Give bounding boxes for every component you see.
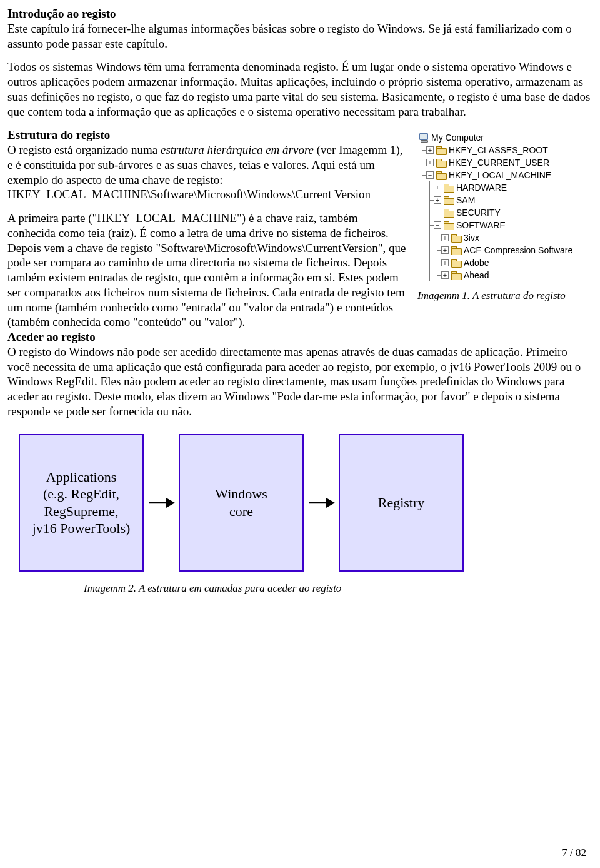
paragraph-structure-em: estrutura hierárquica em árvore [161,143,314,156]
diagram-box-registry: Registry [339,434,464,572]
tree-label: SAM [456,194,475,206]
tree-row: − SOFTWARE [419,219,591,231]
expand-icon: + [441,234,449,241]
heading-structure: Estrutura do registo [8,128,110,141]
paragraph-structure-a: O registo está organizado numa [8,143,161,156]
tree-label: HKEY_LOCAL_MACHINE [449,169,551,181]
tree-row: − HKEY_LOCAL_MACHINE [419,169,591,181]
diagram-text: Windows [215,485,267,503]
tree-label: SECURITY [456,206,501,219]
figure-1: My Computer + HKEY_CLASSES_ROOT + HKEY_C… [418,129,592,302]
expand-icon: + [441,259,449,266]
diagram-text: Applications [46,468,116,486]
paragraph-overview: Todos os sistemas Windows têm uma ferram… [8,60,590,118]
page-number: 7 / 82 [562,846,586,859]
tree-label: Adobe [464,256,489,269]
figure-1-caption: Imagemm 1. A estrutura do registo [418,289,592,302]
expand-icon: + [434,184,441,191]
paragraph-access: O registo do Windows não pode ser acedid… [8,345,581,418]
folder-icon [436,146,446,154]
folder-icon [451,246,461,255]
folder-icon [451,234,461,242]
example-registry-key: HKEY_LOCAL_MACHINE\Software\Microsoft\Wi… [8,188,371,201]
collapse-icon: − [434,221,441,229]
arrow-icon [304,472,339,534]
svg-marker-1 [166,498,175,508]
diagram-text: core [229,503,253,520]
folder-icon [444,196,454,204]
diagram-text: RegSupreme, [44,503,118,520]
tree-row: + ACE Compression Software [419,244,591,256]
paragraph-intro: Este capítulo irá fornecer-lhe algumas i… [8,22,572,50]
figure-2-caption: Imagemm 2. A estrutura em camadas para a… [84,582,592,595]
tree-row: + Ahead [419,269,591,281]
tree-label: ACE Compression Software [464,244,572,256]
collapse-icon: − [426,171,434,179]
folder-icon [451,271,461,280]
tree-label: SOFTWARE [456,219,506,231]
diagram-text: Registry [378,494,425,512]
tree-row: + Adobe [419,256,591,269]
heading-intro: Introdução ao registo [8,7,116,20]
expand-icon: + [426,159,434,166]
registry-tree: My Computer + HKEY_CLASSES_ROOT + HKEY_C… [418,129,592,286]
tree-row: + 3ivx [419,231,591,244]
paragraph-access-detail: A primeira parte ("HKEY_LOCAL_MACHINE") … [8,211,406,328]
svg-marker-3 [326,498,335,508]
diagram-box-applications: Applications (e.g. RegEdit, RegSupreme, … [19,434,144,572]
tree-row: + SAM [419,194,591,206]
tree-label: HARDWARE [456,181,507,194]
folder-icon [451,259,461,267]
tree-label: My Computer [431,131,484,144]
arrow-icon [144,472,179,534]
tree-label: HKEY_CURRENT_USER [449,156,549,169]
diagram-text: jv16 PowerTools) [32,520,131,537]
tree-label: Ahead [464,269,489,281]
tree-row: SECURITY [419,206,591,219]
diagram-text: (e.g. RegEdit, [43,485,119,503]
expand-icon: + [441,246,449,254]
folder-icon [436,171,446,179]
folder-icon [444,184,454,192]
folder-icon [444,209,454,217]
tree-row: + HARDWARE [419,181,591,194]
heading-access: Aceder ao registo [8,330,96,343]
folder-icon [436,159,446,167]
tree-row: My Computer [419,131,591,144]
tree-label: 3ivx [464,231,479,244]
expand-icon: + [441,271,449,279]
tree-row: + HKEY_CLASSES_ROOT [419,144,591,156]
tree-row: + HKEY_CURRENT_USER [419,156,591,169]
tree-label: HKEY_CLASSES_ROOT [449,144,548,156]
expand-icon: + [426,146,434,154]
computer-icon [419,133,429,142]
folder-icon [444,221,454,230]
expand-icon: + [434,196,441,204]
diagram-box-windows-core: Windows core [179,434,304,572]
figure-2: Applications (e.g. RegEdit, RegSupreme, … [8,434,592,595]
